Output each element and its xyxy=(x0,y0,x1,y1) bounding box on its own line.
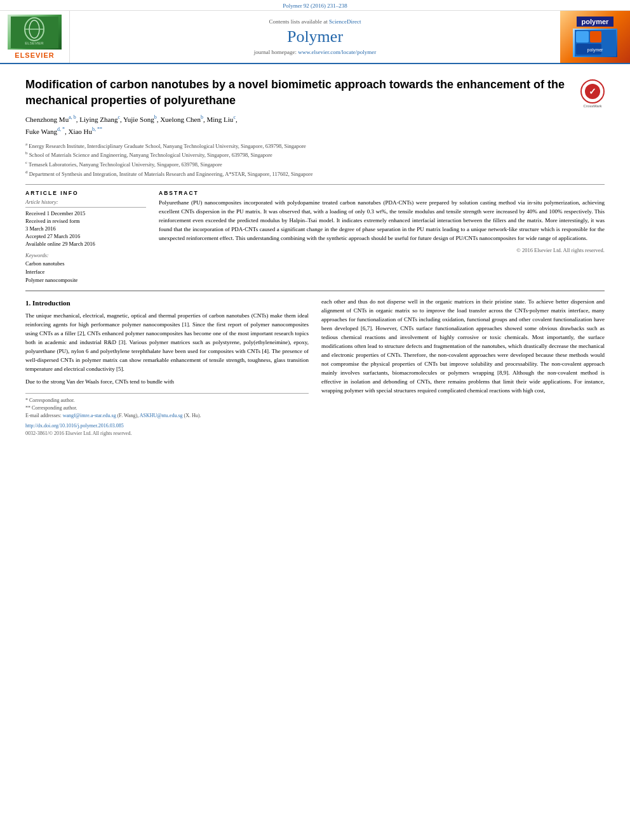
author5-name: Ming Liu xyxy=(207,116,234,123)
affiliations: a Energy Research Institute, Interdiscip… xyxy=(25,141,605,178)
affil-c: c Temasek Laboratories, Nanyang Technolo… xyxy=(25,159,605,169)
accepted-line: Accepted 27 March 2016 xyxy=(25,232,146,239)
copyright-line: © 2016 Elsevier Ltd. All rights reserved… xyxy=(159,247,605,253)
received-line: Received 1 December 2015 xyxy=(25,210,146,217)
author2-sup: c xyxy=(117,114,120,120)
received-revised-date: 3 March 2016 xyxy=(25,225,56,232)
article-history-label: Article history: xyxy=(25,199,146,205)
author4-name: Xuelong Chen xyxy=(160,116,201,123)
author3-name: Yujie Song xyxy=(123,116,154,123)
body-content: 1. Introduction The unique mechanical, e… xyxy=(25,298,605,437)
affil-b: b School of Materials Science and Engine… xyxy=(25,150,605,159)
elsevier-logo-image: ELSEVIER xyxy=(8,15,62,50)
author1-sup: a, b xyxy=(69,114,76,120)
keyword-3: Polymer nanocomposite xyxy=(25,276,146,284)
keywords-heading: Keywords: xyxy=(25,252,146,258)
intro-paragraph-2: Due to the strong Van der Waals force, C… xyxy=(25,378,309,387)
footnote-corresponding-1: * Corresponding author. xyxy=(25,397,309,404)
authors-line: Chenzhong Mua, b, Liying Zhangc, Yujie S… xyxy=(25,114,605,137)
section-divider-1 xyxy=(25,184,605,185)
article-title: Modification of carbon nanotubes by a no… xyxy=(25,77,573,109)
abstract-text: Polyurethane (PU) nanocomposites incorpo… xyxy=(159,199,605,243)
body-left-col: 1. Introduction The unique mechanical, e… xyxy=(25,298,309,437)
elsevier-logo: ELSEVIER ELSEVIER xyxy=(0,11,70,63)
footnote-email-line: E-mail addresses: wangf@imre.a-star.edu.… xyxy=(25,412,309,420)
author4-sup: b xyxy=(201,114,203,120)
received-revised-date-line: 3 March 2016 xyxy=(25,225,146,232)
keyword-2: Interface xyxy=(25,268,146,276)
doi-text: Polymer 92 (2016) 231–238 xyxy=(283,3,347,9)
received-revised-text: Received in revised form xyxy=(25,218,80,224)
accepted-text: Accepted 27 March 2016 xyxy=(25,233,80,239)
article-title-section: Modification of carbon nanotubes by a no… xyxy=(25,72,605,109)
sciencedirect-link[interactable]: ScienceDirect xyxy=(329,18,361,25)
keyword-1: Carbon nanotubes xyxy=(25,260,146,268)
polymer-logo-box: polymer polymer xyxy=(560,11,630,63)
email-hu-link[interactable]: ASKHU@ntu.edu.sg xyxy=(140,413,183,418)
polymer-logo-image: polymer xyxy=(573,29,617,57)
author3-sup: b xyxy=(154,114,157,120)
available-text: Available online 29 March 2016 xyxy=(25,241,95,247)
contents-text: Contents lists available at xyxy=(269,18,328,25)
email-wang-link[interactable]: wangf@imre.a-star.edu.sg xyxy=(63,413,116,418)
doi-bar: Polymer 92 (2016) 231–238 xyxy=(0,0,630,11)
svg-text:polymer: polymer xyxy=(587,48,603,53)
svg-text:ELSEVIER: ELSEVIER xyxy=(25,41,44,45)
info-abstract-section: Article Info Article history: Received 1… xyxy=(25,190,605,284)
author1-name: Chenzhong Mu xyxy=(25,116,69,123)
author2-name: Liying Zhang xyxy=(79,116,117,123)
crossmark-circle: ✓ xyxy=(580,79,605,103)
available-line: Available online 29 March 2016 xyxy=(25,240,146,247)
elsevier-brand-text: ELSEVIER xyxy=(15,51,54,59)
article-info-rule xyxy=(25,207,146,208)
journal-center-info: Contents lists available at ScienceDirec… xyxy=(70,11,560,63)
contents-available-line: Contents lists available at ScienceDirec… xyxy=(269,18,361,25)
author7-sup: b, ** xyxy=(92,126,102,132)
intro-paragraph-1: The unique mechanical, electrical, magne… xyxy=(25,312,309,374)
issn-line: 0032-3861/© 2016 Elsevier Ltd. All right… xyxy=(25,430,309,437)
abstract-heading: Abstract xyxy=(159,190,605,196)
footnote-section: * Corresponding author. ** Corresponding… xyxy=(25,393,309,420)
polymer-logo-text: polymer xyxy=(577,17,614,27)
intro-heading: 1. Introduction xyxy=(25,298,309,309)
author5-sup: c xyxy=(233,114,236,120)
homepage-label: journal homepage: xyxy=(254,49,297,55)
received-text: Received 1 December 2015 xyxy=(25,210,85,217)
author6-name: Fuke Wang xyxy=(25,127,57,135)
journal-title: Polymer xyxy=(287,27,343,46)
received-revised-line: Received in revised form xyxy=(25,217,146,224)
abstract-col: Abstract Polyurethane (PU) nanocomposite… xyxy=(159,190,605,284)
body-rule xyxy=(25,290,605,291)
article-info-heading: Article Info xyxy=(25,190,146,196)
journal-homepage-line: journal homepage: www.elsevier.com/locat… xyxy=(254,49,376,55)
crossmark-badge[interactable]: ✓ CrossMark xyxy=(580,79,605,103)
author7-name: Xiao Hu xyxy=(68,127,92,135)
crossmark-inner: ✓ xyxy=(585,84,600,99)
body-right-col: each other and thus do not disperse well… xyxy=(321,298,605,437)
footnote-corresponding-2: ** Corresponding author. xyxy=(25,404,309,412)
svg-rect-7 xyxy=(590,31,601,43)
svg-rect-6 xyxy=(576,31,589,43)
article-info-col: Article Info Article history: Received 1… xyxy=(25,190,146,284)
right-col-paragraph-1: each other and thus do not disperse well… xyxy=(321,298,605,395)
doi-footer[interactable]: http://dx.doi.org/10.1016/j.polymer.2016… xyxy=(25,422,309,430)
main-content: Modification of carbon nanotubes by a no… xyxy=(0,64,630,444)
affil-a: a Energy Research Institute, Interdiscip… xyxy=(25,141,605,150)
homepage-link[interactable]: www.elsevier.com/locate/polymer xyxy=(298,49,376,55)
affil-d: d Department of Synthesis and Integratio… xyxy=(25,169,605,178)
journal-header: ELSEVIER ELSEVIER Contents lists availab… xyxy=(0,11,630,64)
author6-sup: d, * xyxy=(57,126,65,132)
